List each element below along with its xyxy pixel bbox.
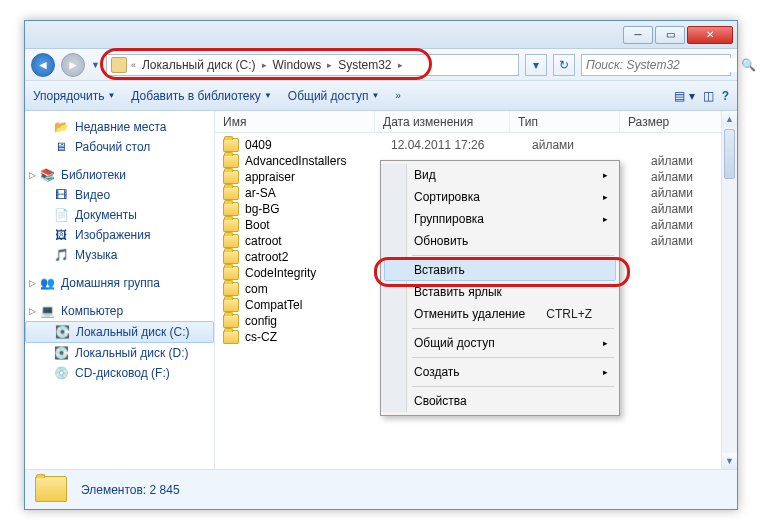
share-menu[interactable]: Общий доступ▼ [288, 89, 380, 103]
sidebar-videos[interactable]: 🎞Видео [25, 185, 214, 205]
vertical-scrollbar[interactable]: ▲ ▼ [721, 111, 737, 469]
file-row[interactable]: 040912.04.2011 17:26айлами [215, 137, 737, 153]
scroll-down-button[interactable]: ▼ [722, 453, 737, 469]
col-name[interactable]: Имя [215, 111, 375, 132]
folder-icon [223, 218, 239, 232]
addr-root-arrow[interactable]: « [131, 60, 136, 70]
sidebar-recent[interactable]: 📂Недавние места [25, 117, 214, 137]
sidebar-documents[interactable]: 📄Документы [25, 205, 214, 225]
sidebar-cd-f[interactable]: 💿CD-дисковод (F:) [25, 363, 214, 383]
file-name: cs-CZ [245, 330, 385, 344]
ctx-sort[interactable]: Сортировка▸ [384, 186, 616, 208]
ctx-paste[interactable]: Вставить [384, 259, 616, 281]
submenu-arrow-icon: ▸ [603, 367, 608, 377]
chevron-right-icon[interactable]: ▸ [327, 60, 332, 70]
file-name: com [245, 282, 385, 296]
music-icon: 🎵 [53, 247, 69, 263]
sidebar-item-label: Локальный диск (C:) [76, 325, 190, 339]
ctx-new[interactable]: Создать▸ [384, 361, 616, 383]
search-icon: 🔍 [741, 58, 756, 72]
search-input[interactable] [586, 58, 737, 72]
search-box[interactable]: 🔍 [581, 54, 731, 76]
sidebar-desktop[interactable]: 🖥Рабочий стол [25, 137, 214, 157]
ctx-separator [412, 255, 614, 256]
library-icon: 📚 [39, 167, 55, 183]
sidebar-item-label: Локальный диск (D:) [75, 346, 189, 360]
sidebar-item-label: CD-дисковод (F:) [75, 366, 170, 380]
sidebar-computer[interactable]: ▷💻Компьютер [25, 301, 214, 321]
file-name: CodeIntegrity [245, 266, 385, 280]
expand-icon[interactable]: ▷ [27, 278, 38, 289]
history-dropdown[interactable]: ▼ [91, 60, 100, 70]
preview-pane-button[interactable]: ◫ [703, 89, 714, 103]
sidebar-homegroup[interactable]: ▷👥Домашняя группа [25, 273, 214, 293]
sidebar-disk-c[interactable]: 💽Локальный диск (C:) [25, 321, 214, 343]
submenu-arrow-icon: ▸ [603, 170, 608, 180]
ctx-properties[interactable]: Свойства [384, 390, 616, 412]
file-type: айлами [532, 138, 574, 152]
expand-icon[interactable]: ▷ [27, 306, 38, 317]
file-name: catroot2 [245, 250, 385, 264]
chevron-right-icon[interactable]: ▸ [262, 60, 267, 70]
organize-menu[interactable]: Упорядочить▼ [33, 89, 115, 103]
maximize-button[interactable]: ▭ [655, 26, 685, 44]
chevron-down-icon: ▼ [264, 91, 272, 100]
folder-icon [223, 154, 239, 168]
address-bar[interactable]: « Локальный диск (C:) ▸ Windows ▸ System… [106, 54, 519, 76]
addr-seg-drive[interactable]: Локальный диск (C:) [140, 58, 258, 72]
sidebar-disk-d[interactable]: 💽Локальный диск (D:) [25, 343, 214, 363]
addlib-label: Добавить в библиотеку [131, 89, 261, 103]
recent-icon: 📂 [53, 119, 69, 135]
ctx-label: Общий доступ [414, 336, 495, 350]
help-button[interactable]: ? [722, 89, 729, 103]
ctx-paste-shortcut[interactable]: Вставить ярлык [384, 281, 616, 303]
addr-dropdown[interactable]: ▾ [525, 54, 547, 76]
sidebar-music[interactable]: 🎵Музыка [25, 245, 214, 265]
ctx-group[interactable]: Группировка▸ [384, 208, 616, 230]
file-name: catroot [245, 234, 385, 248]
scroll-thumb[interactable] [724, 129, 735, 179]
ctx-view[interactable]: Вид▸ [384, 164, 616, 186]
ctx-share[interactable]: Общий доступ▸ [384, 332, 616, 354]
sidebar-item-label: Недавние места [75, 120, 166, 134]
ctx-undo[interactable]: Отменить удалениеCTRL+Z [384, 303, 616, 325]
col-size[interactable]: Размер [620, 111, 737, 132]
column-headers: Имя Дата изменения Тип Размер [215, 111, 737, 133]
folder-icon [223, 282, 239, 296]
sidebar-item-label: Изображения [75, 228, 150, 242]
close-button[interactable]: ✕ [687, 26, 733, 44]
folder-icon [223, 186, 239, 200]
ctx-label: Группировка [414, 212, 484, 226]
ctx-separator [412, 357, 614, 358]
chevron-down-icon: ▼ [371, 91, 379, 100]
folder-icon [223, 202, 239, 216]
forward-button[interactable]: ► [61, 53, 85, 77]
ctx-label: Вставить [414, 263, 465, 277]
ctx-label: Создать [414, 365, 460, 379]
ctx-label: Обновить [414, 234, 468, 248]
submenu-arrow-icon: ▸ [603, 192, 608, 202]
ctx-refresh[interactable]: Обновить [384, 230, 616, 252]
overflow-chevron[interactable]: » [395, 90, 401, 101]
chevron-right-icon[interactable]: ▸ [398, 60, 403, 70]
addr-seg-windows[interactable]: Windows [271, 58, 324, 72]
minimize-button[interactable]: ─ [623, 26, 653, 44]
ctx-label: Сортировка [414, 190, 480, 204]
view-mode-button[interactable]: ▤ ▾ [674, 89, 694, 103]
addr-seg-system32[interactable]: System32 [336, 58, 393, 72]
col-date[interactable]: Дата изменения [375, 111, 510, 132]
sidebar-item-label: Рабочий стол [75, 140, 150, 154]
add-to-library-menu[interactable]: Добавить в библиотеку▼ [131, 89, 271, 103]
sidebar-item-label: Документы [75, 208, 137, 222]
organize-label: Упорядочить [33, 89, 104, 103]
file-date: 12.04.2011 17:26 [391, 138, 526, 152]
col-type[interactable]: Тип [510, 111, 620, 132]
submenu-arrow-icon: ▸ [603, 338, 608, 348]
sidebar-pictures[interactable]: 🖼Изображения [25, 225, 214, 245]
refresh-button[interactable]: ↻ [553, 54, 575, 76]
file-name: appraiser [245, 170, 385, 184]
scroll-up-button[interactable]: ▲ [722, 111, 737, 127]
expand-icon[interactable]: ▷ [27, 170, 38, 181]
back-button[interactable]: ◄ [31, 53, 55, 77]
sidebar-libraries[interactable]: ▷📚Библиотеки [25, 165, 214, 185]
